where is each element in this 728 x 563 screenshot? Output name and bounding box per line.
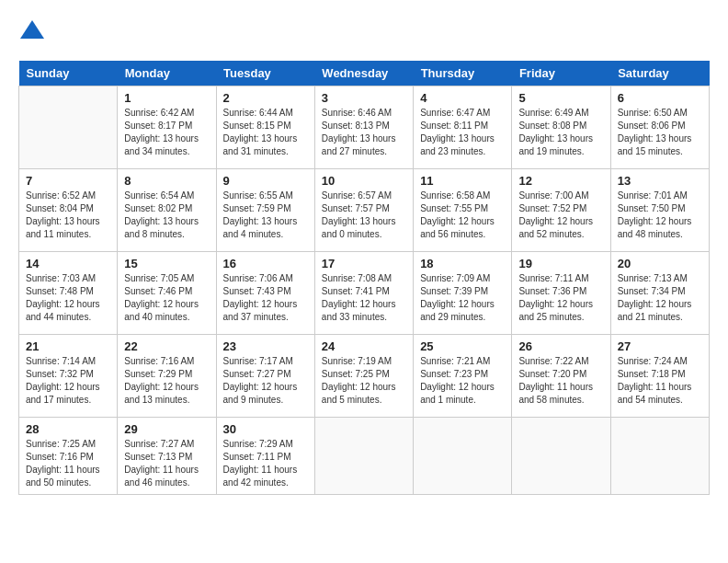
day-number: 3 xyxy=(322,91,406,105)
day-info: Sunrise: 7:27 AM Sunset: 7:13 PM Dayligh… xyxy=(124,438,209,489)
calendar-cell xyxy=(19,86,118,169)
calendar-cell: 20Sunrise: 7:13 AM Sunset: 7:34 PM Dayli… xyxy=(610,252,709,335)
day-info: Sunrise: 6:46 AM Sunset: 8:13 PM Dayligh… xyxy=(322,107,406,158)
calendar-cell xyxy=(314,418,413,495)
day-header-saturday: Saturday xyxy=(610,61,709,86)
calendar-cell: 9Sunrise: 6:55 AM Sunset: 7:59 PM Daylig… xyxy=(216,169,314,252)
calendar-cell: 29Sunrise: 7:27 AM Sunset: 7:13 PM Dayli… xyxy=(118,418,216,495)
calendar-cell: 22Sunrise: 7:16 AM Sunset: 7:29 PM Dayli… xyxy=(118,335,216,418)
day-number: 25 xyxy=(420,339,505,353)
day-info: Sunrise: 7:09 AM Sunset: 7:39 PM Dayligh… xyxy=(420,272,505,324)
day-info: Sunrise: 7:03 AM Sunset: 7:48 PM Dayligh… xyxy=(26,272,110,324)
day-header-friday: Friday xyxy=(512,61,610,86)
calendar-cell xyxy=(414,418,512,495)
day-number: 28 xyxy=(26,422,110,436)
day-number: 22 xyxy=(124,339,209,353)
day-number: 2 xyxy=(223,91,308,105)
day-header-tuesday: Tuesday xyxy=(216,61,314,86)
day-number: 13 xyxy=(618,174,702,188)
day-info: Sunrise: 7:25 AM Sunset: 7:16 PM Dayligh… xyxy=(26,438,110,489)
day-number: 15 xyxy=(124,257,209,270)
day-info: Sunrise: 7:17 AM Sunset: 7:27 PM Dayligh… xyxy=(223,355,308,407)
calendar-cell: 18Sunrise: 7:09 AM Sunset: 7:39 PM Dayli… xyxy=(414,252,512,335)
day-info: Sunrise: 7:22 AM Sunset: 7:20 PM Dayligh… xyxy=(518,355,603,407)
day-info: Sunrise: 7:21 AM Sunset: 7:23 PM Dayligh… xyxy=(420,355,505,407)
day-number: 19 xyxy=(518,257,603,270)
day-info: Sunrise: 7:08 AM Sunset: 7:41 PM Dayligh… xyxy=(322,272,406,324)
calendar-cell: 11Sunrise: 6:58 AM Sunset: 7:55 PM Dayli… xyxy=(414,169,512,252)
day-number: 26 xyxy=(518,339,603,353)
day-number: 12 xyxy=(518,174,603,188)
calendar-cell: 6Sunrise: 6:50 AM Sunset: 8:06 PM Daylig… xyxy=(610,86,709,169)
day-number: 5 xyxy=(518,91,603,105)
calendar-cell: 2Sunrise: 6:44 AM Sunset: 8:15 PM Daylig… xyxy=(216,86,314,169)
calendar-cell: 8Sunrise: 6:54 AM Sunset: 8:02 PM Daylig… xyxy=(118,169,216,252)
day-number: 6 xyxy=(618,91,702,105)
calendar-cell xyxy=(512,418,610,495)
calendar-cell: 27Sunrise: 7:24 AM Sunset: 7:18 PM Dayli… xyxy=(610,335,709,418)
day-number: 29 xyxy=(124,422,209,436)
day-number: 21 xyxy=(26,339,110,353)
day-number: 20 xyxy=(618,257,702,270)
day-info: Sunrise: 7:13 AM Sunset: 7:34 PM Dayligh… xyxy=(618,272,702,324)
day-number: 17 xyxy=(322,257,406,270)
day-number: 27 xyxy=(618,339,702,353)
day-info: Sunrise: 6:58 AM Sunset: 7:55 PM Dayligh… xyxy=(420,190,505,241)
day-info: Sunrise: 7:01 AM Sunset: 7:50 PM Dayligh… xyxy=(618,190,702,241)
calendar-cell: 12Sunrise: 7:00 AM Sunset: 7:52 PM Dayli… xyxy=(512,169,610,252)
day-info: Sunrise: 6:44 AM Sunset: 8:15 PM Dayligh… xyxy=(223,107,308,158)
day-info: Sunrise: 6:42 AM Sunset: 8:17 PM Dayligh… xyxy=(124,107,209,158)
day-info: Sunrise: 6:52 AM Sunset: 8:04 PM Dayligh… xyxy=(26,190,110,241)
calendar-table: SundayMondayTuesdayWednesdayThursdayFrid… xyxy=(18,61,710,495)
day-info: Sunrise: 7:00 AM Sunset: 7:52 PM Dayligh… xyxy=(518,190,603,241)
day-info: Sunrise: 6:47 AM Sunset: 8:11 PM Dayligh… xyxy=(420,107,505,158)
calendar-cell: 23Sunrise: 7:17 AM Sunset: 7:27 PM Dayli… xyxy=(216,335,314,418)
calendar-cell: 24Sunrise: 7:19 AM Sunset: 7:25 PM Dayli… xyxy=(314,335,413,418)
calendar-cell: 3Sunrise: 6:46 AM Sunset: 8:13 PM Daylig… xyxy=(314,86,413,169)
calendar-cell xyxy=(610,418,709,495)
calendar-cell: 4Sunrise: 6:47 AM Sunset: 8:11 PM Daylig… xyxy=(414,86,512,169)
calendar-cell: 1Sunrise: 6:42 AM Sunset: 8:17 PM Daylig… xyxy=(118,86,216,169)
day-header-row: SundayMondayTuesdayWednesdayThursdayFrid… xyxy=(19,61,710,86)
calendar-cell: 21Sunrise: 7:14 AM Sunset: 7:32 PM Dayli… xyxy=(19,335,118,418)
day-number: 16 xyxy=(223,257,308,270)
day-info: Sunrise: 6:50 AM Sunset: 8:06 PM Dayligh… xyxy=(618,107,702,158)
svg-marker-0 xyxy=(20,20,44,39)
day-info: Sunrise: 6:55 AM Sunset: 7:59 PM Dayligh… xyxy=(223,190,308,241)
day-info: Sunrise: 7:16 AM Sunset: 7:29 PM Dayligh… xyxy=(124,355,209,407)
day-info: Sunrise: 7:11 AM Sunset: 7:36 PM Dayligh… xyxy=(518,272,603,324)
calendar-cell: 14Sunrise: 7:03 AM Sunset: 7:48 PM Dayli… xyxy=(19,252,118,335)
day-info: Sunrise: 6:54 AM Sunset: 8:02 PM Dayligh… xyxy=(124,190,209,241)
day-info: Sunrise: 7:19 AM Sunset: 7:25 PM Dayligh… xyxy=(322,355,406,407)
day-header-wednesday: Wednesday xyxy=(314,61,413,86)
day-number: 18 xyxy=(420,257,505,270)
calendar-cell: 16Sunrise: 7:06 AM Sunset: 7:43 PM Dayli… xyxy=(216,252,314,335)
day-number: 8 xyxy=(124,174,209,188)
calendar-cell: 13Sunrise: 7:01 AM Sunset: 7:50 PM Dayli… xyxy=(610,169,709,252)
day-number: 30 xyxy=(223,422,308,436)
logo-icon xyxy=(18,18,46,46)
calendar-cell: 10Sunrise: 6:57 AM Sunset: 7:57 PM Dayli… xyxy=(314,169,413,252)
day-header-monday: Monday xyxy=(118,61,216,86)
day-info: Sunrise: 7:29 AM Sunset: 7:11 PM Dayligh… xyxy=(223,438,308,489)
day-number: 1 xyxy=(124,91,209,105)
day-info: Sunrise: 6:49 AM Sunset: 8:08 PM Dayligh… xyxy=(518,107,603,158)
day-header-thursday: Thursday xyxy=(414,61,512,86)
day-number: 11 xyxy=(420,174,505,188)
page-header xyxy=(18,18,710,46)
calendar-week-3: 14Sunrise: 7:03 AM Sunset: 7:48 PM Dayli… xyxy=(19,252,710,335)
day-info: Sunrise: 7:24 AM Sunset: 7:18 PM Dayligh… xyxy=(618,355,702,407)
day-number: 24 xyxy=(322,339,406,353)
day-number: 14 xyxy=(26,257,110,270)
calendar-cell: 7Sunrise: 6:52 AM Sunset: 8:04 PM Daylig… xyxy=(19,169,118,252)
calendar-week-2: 7Sunrise: 6:52 AM Sunset: 8:04 PM Daylig… xyxy=(19,169,710,252)
calendar-cell: 15Sunrise: 7:05 AM Sunset: 7:46 PM Dayli… xyxy=(118,252,216,335)
day-info: Sunrise: 7:14 AM Sunset: 7:32 PM Dayligh… xyxy=(26,355,110,407)
calendar-week-4: 21Sunrise: 7:14 AM Sunset: 7:32 PM Dayli… xyxy=(19,335,710,418)
day-info: Sunrise: 6:57 AM Sunset: 7:57 PM Dayligh… xyxy=(322,190,406,241)
calendar-cell: 25Sunrise: 7:21 AM Sunset: 7:23 PM Dayli… xyxy=(414,335,512,418)
calendar-cell: 26Sunrise: 7:22 AM Sunset: 7:20 PM Dayli… xyxy=(512,335,610,418)
day-info: Sunrise: 7:05 AM Sunset: 7:46 PM Dayligh… xyxy=(124,272,209,324)
day-number: 9 xyxy=(223,174,308,188)
calendar-week-5: 28Sunrise: 7:25 AM Sunset: 7:16 PM Dayli… xyxy=(19,418,710,495)
